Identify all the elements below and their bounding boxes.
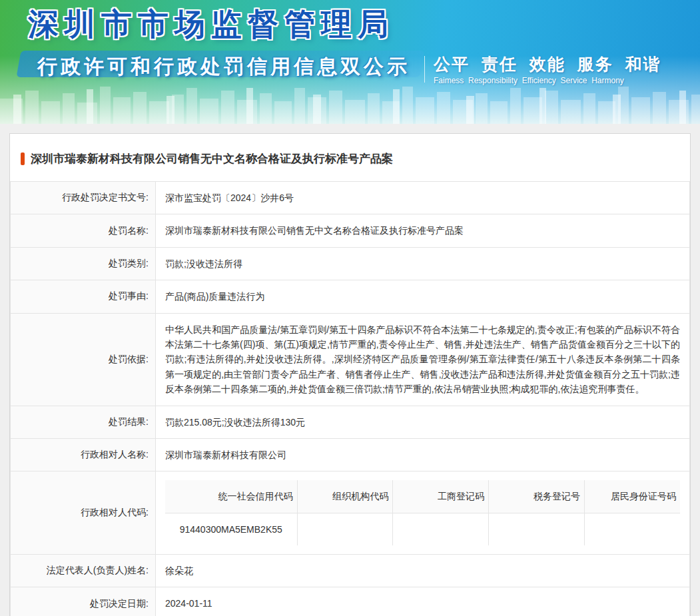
page: 深圳市市场监督管理局 行政许可和行政处罚信用信息双公示 公平 责任 效能 服务 … — [0, 0, 700, 616]
agency-title: 深圳市市场监督管理局 — [28, 4, 394, 45]
banner-divider — [424, 56, 425, 83]
row-value-legal-basis: 中华人民共和国产品质量法/第五章罚则/第五十四条产品标识不符合本法第二十七条规定… — [156, 313, 690, 406]
row-label: 处罚事由: — [11, 280, 156, 313]
banner-subtitle: 行政许可和行政处罚信用信息双公示 — [37, 53, 410, 81]
row-value: 产品(商品)质量违法行为 — [156, 280, 690, 313]
row-value: 徐朵花 — [156, 555, 690, 587]
code-value — [584, 513, 680, 545]
content-panel: 深圳市瑞泰新材科技有限公司销售无中文名称合格证及执行标准号产品案 行政处罚决定书… — [9, 133, 691, 616]
row-value: 深圳市瑞泰新材科技有限公司 — [156, 438, 690, 471]
row-label: 处罚结果: — [11, 406, 156, 438]
row-label: 法定代表人(负责人)姓名: — [11, 555, 156, 587]
row-value: 深市监宝处罚〔2024〕沙井6号 — [156, 182, 690, 214]
code-value-row: 91440300MA5EMB2K55 — [165, 513, 680, 545]
table-row: 处罚名称: 深圳市瑞泰新材科技有限公司销售无中文名称合格证及执行标准号产品案 — [11, 214, 690, 247]
code-value — [393, 513, 489, 545]
penalty-info-table: 行政处罚决定书文号: 深市监宝处罚〔2024〕沙井6号 处罚名称: 深圳市瑞泰新… — [10, 181, 690, 616]
table-row: 法定代表人(负责人)姓名: 徐朵花 — [11, 555, 690, 587]
table-row: 处罚类别: 罚款;没收违法所得 — [11, 247, 690, 280]
row-value: 2024-01-11 — [156, 587, 690, 616]
row-value: 罚款215.08元;没收违法所得130元 — [156, 406, 690, 438]
code-header-row: 统一社会信用代码 组织机构代码 工商登记码 税务登记号 居民身份证号码 — [165, 480, 680, 513]
row-label: 处罚决定日期: — [11, 587, 156, 616]
code-column-header: 税务登记号 — [489, 480, 585, 513]
site-banner: 深圳市市场监督管理局 行政许可和行政处罚信用信息双公示 公平 责任 效能 服务 … — [0, 0, 700, 124]
row-value: 罚款;没收违法所得 — [156, 247, 690, 280]
code-column-header: 居民身份证号码 — [584, 480, 680, 513]
case-title: 深圳市瑞泰新材科技有限公司销售无中文名称合格证及执行标准号产品案 — [31, 151, 393, 166]
table-row: 行政相对人名称: 深圳市瑞泰新材科技有限公司 — [11, 438, 690, 471]
table-row-legal-basis: 处罚依据: 中华人民共和国产品质量法/第五章罚则/第五十四条产品标识不符合本法第… — [11, 313, 690, 406]
city-skyline-graphic — [0, 83, 700, 124]
table-row: 行政处罚决定书文号: 深市监宝处罚〔2024〕沙井6号 — [11, 182, 690, 214]
party-codes-table: 统一社会信用代码 组织机构代码 工商登记码 税务登记号 居民身份证号码 9144… — [165, 480, 680, 545]
row-label: 处罚名称: — [11, 214, 156, 247]
table-row: 处罚结果: 罚款215.08元;没收违法所得130元 — [11, 406, 690, 438]
row-value: 深圳市瑞泰新材科技有限公司销售无中文名称合格证及执行标准号产品案 — [156, 214, 690, 247]
row-label: 行政处罚决定书文号: — [11, 182, 156, 214]
code-column-header: 组织机构代码 — [297, 480, 393, 513]
code-value — [297, 513, 393, 545]
row-label: 行政相对人名称: — [11, 438, 156, 471]
code-column-header: 统一社会信用代码 — [165, 480, 297, 513]
row-label: 行政相对人代码: — [11, 471, 156, 555]
title-accent-bar — [21, 153, 25, 165]
case-title-row: 深圳市瑞泰新材科技有限公司销售无中文名称合格证及执行标准号产品案 — [10, 134, 690, 181]
row-label: 处罚类别: — [11, 247, 156, 280]
party-codes-cell: 统一社会信用代码 组织机构代码 工商登记码 税务登记号 居民身份证号码 9144… — [156, 471, 690, 555]
table-row: 处罚事由: 产品(商品)质量违法行为 — [11, 280, 690, 313]
code-value: 91440300MA5EMB2K55 — [165, 513, 297, 545]
row-label: 处罚依据: — [11, 313, 156, 406]
slogan-english: Faimess Responsibility Efficiency Servic… — [434, 76, 624, 85]
slogan-chinese: 公平 责任 效能 服务 和谐 — [434, 53, 661, 75]
table-row-party-codes: 行政相对人代码: 统一社会信用代码 组织机构代码 工商登记码 税务登记号 居民身… — [11, 471, 690, 555]
code-column-header: 工商登记码 — [393, 480, 489, 513]
table-row: 处罚决定日期: 2024-01-11 — [11, 587, 690, 616]
code-value — [489, 513, 585, 545]
